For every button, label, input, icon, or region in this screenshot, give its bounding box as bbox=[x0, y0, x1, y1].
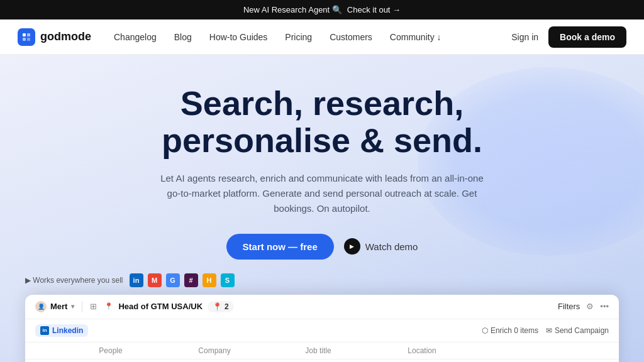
send-campaign-label: Send Campaign bbox=[555, 326, 609, 335]
send-icon: ✉ bbox=[546, 326, 552, 335]
people-column-header: People bbox=[54, 346, 167, 355]
announcement-cta[interactable]: Check it out → bbox=[347, 5, 401, 14]
salesforce-integration-icon: S bbox=[221, 273, 235, 287]
settings-icon[interactable]: ⚙ bbox=[586, 302, 594, 311]
table-row[interactable]: I Isloma Orewa $ Cash App Head of GTM 📍 … bbox=[25, 359, 619, 362]
card-header: 👤 Mert ▾ ⊞ 📍 Head of GTM USA/UK 📍 2 Filt… bbox=[25, 295, 619, 319]
enrich-button[interactable]: ⬡ Enrich 0 items bbox=[482, 326, 538, 335]
nav-link-howto[interactable]: How-to Guides bbox=[209, 32, 268, 42]
app-card: 👤 Mert ▾ ⊞ 📍 Head of GTM USA/UK 📍 2 Filt… bbox=[25, 295, 619, 362]
location-column-header: Location bbox=[375, 346, 469, 355]
location-count-badge: 📍 2 bbox=[208, 301, 234, 312]
location-count: 2 bbox=[225, 302, 229, 311]
hero-headline: Search, research, personalise & send. bbox=[13, 85, 631, 160]
send-campaign-button[interactable]: ✉ Send Campaign bbox=[546, 326, 609, 335]
start-now-button[interactable]: Start now — free bbox=[226, 234, 334, 260]
location-count-icon: 📍 bbox=[213, 302, 222, 311]
hero-subtitle: Let AI agents research, enrich and commu… bbox=[158, 171, 486, 216]
table-container: People Company Job title Location I Islo… bbox=[25, 343, 619, 362]
more-options-icon[interactable]: ••• bbox=[600, 302, 609, 311]
role-title: Head of GTM USA/UK bbox=[118, 302, 203, 311]
checkbox-header bbox=[35, 346, 54, 355]
svg-rect-3 bbox=[27, 38, 30, 41]
nav-link-blog[interactable]: Blog bbox=[174, 32, 192, 42]
logo-text: godmode bbox=[40, 30, 91, 43]
logo-area: godmode bbox=[18, 28, 91, 46]
nav-actions: Sign in Book a demo bbox=[511, 26, 626, 48]
linkedin-integration-icon: in bbox=[130, 273, 143, 287]
hero-headline-line2: personalise & send. bbox=[162, 121, 482, 159]
card-header-actions: Filters ⚙ ••• bbox=[558, 302, 609, 311]
works-section: ▶ Works everywhere you sell in M G # H S bbox=[13, 273, 631, 295]
gmail-integration-icon: M bbox=[148, 273, 162, 287]
navbar: godmode Changelog Blog How-to Guides Pri… bbox=[0, 19, 644, 55]
nav-link-changelog[interactable]: Changelog bbox=[114, 32, 157, 42]
slack-integration-icon: # bbox=[184, 273, 198, 287]
chevron-down-icon: ▾ bbox=[71, 303, 74, 310]
watch-demo-button[interactable]: ▶ Watch demo bbox=[344, 238, 418, 255]
play-icon: ▶ bbox=[344, 238, 360, 255]
linkedin-icon: in bbox=[40, 326, 49, 335]
svg-rect-2 bbox=[23, 38, 26, 41]
google-integration-icon: G bbox=[166, 273, 180, 287]
sub-toolbar-actions: ⬡ Enrich 0 items ✉ Send Campaign bbox=[482, 326, 609, 335]
company-column-header: Company bbox=[167, 346, 262, 355]
header-table-icon: ⊞ bbox=[90, 302, 97, 311]
hubspot-integration-icon: H bbox=[203, 273, 216, 287]
nav-link-community[interactable]: Community ↓ bbox=[390, 32, 441, 42]
hero-actions: Start now — free ▶ Watch demo bbox=[13, 234, 631, 260]
svg-rect-1 bbox=[27, 33, 30, 36]
logo-icon bbox=[18, 28, 35, 46]
enrich-label: Enrich 0 items bbox=[491, 326, 538, 335]
card-user: 👤 Mert ▾ bbox=[35, 301, 74, 312]
nav-link-customers[interactable]: Customers bbox=[330, 32, 372, 42]
linkedin-badge: in Linkedin bbox=[35, 324, 88, 337]
nav-links: Changelog Blog How-to Guides Pricing Cus… bbox=[114, 32, 511, 42]
sign-in-button[interactable]: Sign in bbox=[511, 32, 538, 42]
table-header-row: People Company Job title Location bbox=[25, 343, 619, 359]
card-user-name: Mert bbox=[50, 302, 67, 311]
announcement-bar: New AI Research Agent 🔍 Check it out → bbox=[0, 0, 644, 19]
watch-demo-label: Watch demo bbox=[365, 241, 418, 252]
sub-toolbar: in Linkedin ⬡ Enrich 0 items ✉ Send Camp… bbox=[25, 319, 619, 343]
source-label: Linkedin bbox=[52, 326, 83, 335]
nav-link-pricing[interactable]: Pricing bbox=[285, 32, 312, 42]
header-divider bbox=[82, 301, 82, 312]
book-demo-button[interactable]: Book a demo bbox=[548, 26, 626, 48]
hero-section: Search, research, personalise & send. Le… bbox=[0, 55, 644, 362]
card-header-middle: 📍 Head of GTM USA/UK 📍 2 bbox=[104, 301, 550, 312]
jobtitle-column-header: Job title bbox=[262, 346, 375, 355]
filters-button[interactable]: Filters bbox=[558, 302, 580, 311]
announcement-text: New AI Research Agent 🔍 bbox=[243, 5, 342, 14]
location-icon: 📍 bbox=[104, 302, 113, 310]
works-label: ▶ Works everywhere you sell bbox=[25, 276, 123, 285]
enrich-icon: ⬡ bbox=[482, 326, 488, 335]
user-avatar: 👤 bbox=[35, 301, 47, 312]
integration-icons: in M G # H S bbox=[130, 273, 235, 287]
svg-rect-0 bbox=[23, 33, 26, 36]
hero-headline-line1: Search, research, bbox=[180, 84, 464, 122]
